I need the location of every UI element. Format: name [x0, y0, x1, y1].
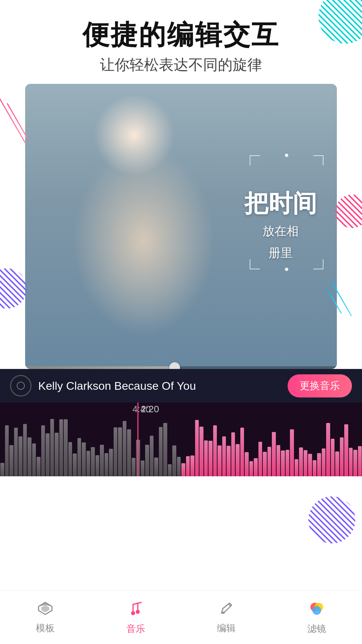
waveform-bar: [177, 457, 181, 476]
photo-card: 把时间 放在相 册里: [25, 84, 337, 369]
waveform-bar: [353, 450, 357, 476]
waveform-bar: [41, 425, 45, 476]
edit-icon: [218, 600, 234, 619]
waveform-section[interactable]: 4:40 2:20: [0, 402, 362, 476]
waveform-bar: [195, 420, 199, 476]
waveform-bar: [23, 424, 27, 476]
waveform-bar: [105, 453, 109, 476]
waveform-bar: [218, 445, 222, 476]
waveform-bar: [308, 454, 312, 476]
svg-point-12: [312, 606, 321, 615]
waveform-bar: [0, 463, 4, 476]
waveform-bar: [114, 427, 118, 476]
svg-line-5: [133, 602, 141, 604]
sub-title: 让你轻松表达不同的旋律: [0, 55, 362, 75]
deco-purple-circle-bottom: [308, 496, 355, 543]
main-title: 便捷的编辑交互: [0, 20, 362, 50]
waveform-bar: [267, 447, 272, 476]
waveform-bar: [127, 429, 131, 476]
waveform-bar: [277, 445, 281, 476]
music-note-icon: [127, 600, 144, 620]
waveform-bar: [204, 440, 208, 476]
waveform-bar: [96, 455, 100, 476]
nav-label-template: 模板: [36, 622, 55, 635]
waveform-bar: [208, 441, 213, 476]
waveform-bar: [281, 450, 285, 476]
waveform-divider: [137, 402, 138, 476]
waveform-bar: [326, 423, 330, 476]
waveform-bar: [100, 445, 104, 476]
waveform-bar: [132, 458, 136, 476]
change-music-button[interactable]: 更换音乐: [288, 374, 352, 397]
progress-fill: [25, 366, 175, 369]
waveform-bar: [335, 451, 339, 476]
waveform-bar: [258, 442, 262, 476]
waveform-bar: [64, 419, 68, 476]
waveform-bar: [254, 458, 258, 476]
waveform-bar: [213, 425, 217, 476]
waveform-bar: [109, 449, 113, 476]
waveform-bar: [313, 460, 317, 476]
waveform-bar: [5, 425, 9, 476]
waveform-bar: [59, 419, 63, 476]
waveform-bar: [14, 428, 18, 476]
template-icon: [37, 600, 53, 619]
waveform-bar: [163, 423, 167, 476]
nav-item-filter[interactable]: 滤镜: [272, 591, 362, 644]
waveform-bar: [46, 433, 50, 476]
waveform-bar: [286, 450, 290, 476]
waveform-bar: [358, 446, 362, 476]
waveform-bar: [227, 446, 231, 476]
svg-point-7: [136, 610, 140, 614]
waveform-bar: [159, 427, 163, 476]
waveform-bar: [245, 452, 249, 476]
music-info-text: Kelly Clarkson Because Of You: [38, 379, 281, 392]
waveform-bar: [331, 439, 335, 476]
waveform-bar: [77, 438, 81, 476]
waveform-bar: [317, 453, 321, 476]
waveform-bar: [181, 463, 185, 476]
bracket-dot-top: [285, 154, 288, 157]
waveform-bar: [263, 452, 267, 476]
waveform-bar: [344, 424, 348, 476]
waveform-bar: [272, 432, 276, 476]
waveform-bar: [290, 429, 294, 476]
bracket-corner-tr: [313, 155, 323, 165]
waveform-bar: [123, 421, 127, 476]
music-disc-center: [17, 382, 25, 390]
waveform-bar: [240, 428, 244, 476]
svg-marker-1: [41, 605, 49, 612]
waveform-bar: [18, 436, 22, 476]
deco-pink-line-2: [7, 103, 28, 138]
waveform-bar: [91, 447, 95, 476]
waveform-bar: [32, 443, 36, 476]
waveform-bar: [27, 437, 32, 476]
waveform-bar: [154, 458, 158, 476]
waveform-bar: [295, 459, 299, 476]
waveform-bar: [322, 448, 326, 476]
waveform-bar: [68, 442, 72, 476]
waveform-bar: [37, 457, 41, 476]
waveform-bar: [304, 450, 308, 476]
waveform-bar: [349, 448, 353, 476]
nav-label-music: 音乐: [126, 623, 145, 635]
nav-item-template[interactable]: 模板: [0, 591, 90, 644]
nav-item-edit[interactable]: 编辑: [181, 591, 272, 644]
bracket-corner-br: [313, 259, 323, 269]
waveform-bar: [190, 455, 194, 476]
waveform-bar: [141, 461, 145, 476]
music-disc-icon: [10, 375, 32, 396]
nav-label-filter: 滤镜: [307, 623, 326, 635]
nav-item-music[interactable]: 音乐: [90, 591, 181, 644]
waveform-bar: [236, 444, 240, 477]
waveform-bar: [55, 433, 59, 476]
photo-background: 把时间 放在相 册里: [25, 84, 337, 369]
music-bar: Kelly Clarkson Because Of You 更换音乐: [0, 369, 362, 402]
waveform-bar: [249, 461, 253, 476]
bracket-corner-bl: [250, 259, 260, 269]
photo-progress-bar[interactable]: [25, 366, 337, 369]
waveform-timestamps: 4:40 2:20: [0, 402, 362, 416]
waveform-bar: [9, 445, 13, 476]
waveform-bar: [73, 453, 77, 476]
filter-icon: [308, 600, 325, 620]
